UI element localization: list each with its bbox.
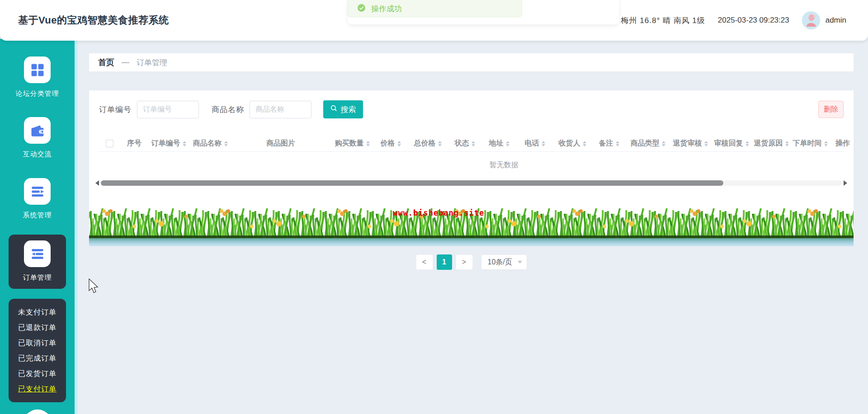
product-name-input[interactable]: [250, 101, 311, 118]
col-return-reason[interactable]: 退货原因: [752, 139, 791, 148]
order-no-input[interactable]: [137, 101, 199, 118]
sidebar-item-label: 系统管理: [23, 211, 52, 220]
col-actions: 操作: [830, 139, 854, 148]
col-audit-reply[interactable]: 审核回复: [711, 139, 752, 148]
search-button[interactable]: 搜索: [323, 100, 363, 118]
page-size-select[interactable]: 10条/页: [481, 254, 527, 270]
table-header: 序号 订单编号 商品名称 商品图片 购买数量 价格 总价格 状态 地址 电话 收…: [98, 136, 844, 152]
col-order-time[interactable]: 下单时间: [791, 139, 830, 148]
sidebar-item-label: 互动交流: [23, 150, 52, 159]
sort-carets-icon: [785, 141, 789, 146]
sort-carets-icon: [583, 141, 586, 146]
sidebar-item-forum-category[interactable]: 论坛分类管理: [0, 56, 75, 98]
sort-carets-icon: [824, 141, 828, 146]
grid-icon: [24, 56, 51, 83]
col-status[interactable]: 状态: [448, 139, 481, 148]
page-size-value: 10条/页: [488, 258, 512, 267]
success-check-icon: [357, 4, 366, 14]
pagination: < 1 > 10条/页: [89, 254, 854, 270]
sort-carets-icon: [397, 141, 401, 146]
pagination-prev-button[interactable]: <: [416, 254, 433, 270]
product-name-label: 商品名称: [212, 104, 244, 115]
orders-panel: 订单编号 商品名称 搜索 删除 序号 订单编号 商品名称 商品图片 购买数量 价…: [89, 90, 854, 246]
breadcrumb-current: 订单管理: [137, 57, 167, 68]
weather-info: 梅州 16.8° 晴 南风 1级: [621, 15, 705, 26]
scrollbar-thumb[interactable]: [101, 180, 723, 186]
search-button-label: 搜索: [341, 104, 356, 115]
sort-carets-icon: [662, 141, 665, 146]
col-product-image: 商品图片: [231, 139, 330, 148]
col-order-no[interactable]: 订单编号: [148, 139, 189, 148]
orders-submenu: 未支付订单 已退款订单 已取消订单 已完成订单 已发货订单 已支付订单: [9, 299, 66, 402]
sort-carets-icon: [438, 141, 442, 146]
select-all-checkbox[interactable]: [106, 140, 113, 147]
sort-carets-icon: [472, 141, 475, 146]
col-receiver[interactable]: 收货人: [553, 139, 592, 148]
search-icon: [330, 105, 337, 114]
sort-carets-icon: [745, 141, 749, 146]
sort-carets-icon: [183, 141, 186, 146]
filter-row: 订单编号 商品名称 搜索 删除: [89, 90, 854, 118]
submenu-item-paid[interactable]: 已支付订单: [18, 385, 57, 394]
empty-state: 暂无数据: [122, 152, 854, 178]
breadcrumb-separator: —: [122, 58, 129, 67]
watermark-text: www.bishebang.site: [393, 208, 484, 217]
sidebar-item-profile[interactable]: 个人中心: [0, 409, 75, 414]
sort-carets-icon: [506, 141, 509, 146]
main-content: 首页 — 订单管理 订单编号 商品名称 搜索 删除 序号 订单编号 商品名称 商…: [77, 41, 868, 414]
username[interactable]: admin: [826, 16, 846, 25]
avatar[interactable]: [802, 11, 820, 29]
col-total-price[interactable]: 总价格: [407, 139, 448, 148]
submenu-item-cancelled[interactable]: 已取消订单: [18, 339, 57, 348]
scroll-right-icon[interactable]: [844, 180, 847, 186]
pagination-page-1[interactable]: 1: [437, 254, 452, 270]
sort-carets-icon: [616, 141, 619, 146]
toast-message: 操作成功: [371, 4, 402, 14]
col-quantity[interactable]: 购买数量: [330, 139, 374, 148]
submenu-item-unpaid[interactable]: 未支付订单: [18, 308, 57, 317]
delete-button[interactable]: 删除: [818, 101, 844, 118]
user-menu[interactable]: admin: [802, 11, 846, 29]
order-no-label: 订单编号: [99, 104, 132, 115]
horizontal-scrollbar: [95, 180, 847, 186]
sidebar-item-system[interactable]: 系统管理: [0, 178, 75, 220]
wallet-icon: [24, 117, 51, 144]
grass-decoration: www.bishebang.site: [89, 199, 854, 246]
col-return-audit[interactable]: 退货审核: [670, 139, 711, 148]
sort-carets-icon: [224, 141, 228, 146]
submenu-item-completed[interactable]: 已完成订单: [18, 354, 57, 363]
order-list-icon: [24, 240, 51, 267]
col-phone[interactable]: 电话: [517, 139, 553, 148]
id-card-icon: [23, 409, 52, 414]
sidebar-item-label: 论坛分类管理: [16, 89, 59, 98]
list-lines-icon: [24, 178, 51, 205]
sidebar-item-label: 订单管理: [23, 273, 52, 282]
page-title: 基于Vue的宝鸡智慧美食推荐系统: [18, 14, 169, 27]
sidebar: 论坛分类管理 互动交流 系统管理 订单管理 未支付订单 已退款订单 已取消订单 …: [0, 39, 77, 414]
datetime: 2025-03-23 09:23:23: [718, 16, 789, 25]
col-index: 序号: [121, 139, 148, 148]
scrollbar-track[interactable]: [101, 180, 842, 186]
chevron-down-icon: [518, 261, 522, 263]
breadcrumb: 首页 — 订单管理: [89, 53, 854, 71]
col-remark[interactable]: 备注: [592, 139, 626, 148]
sort-carets-icon: [542, 141, 545, 146]
sidebar-item-orders[interactable]: 订单管理: [9, 235, 66, 289]
pagination-next-button[interactable]: >: [456, 254, 473, 270]
col-price[interactable]: 价格: [374, 139, 407, 148]
submenu-item-refunded[interactable]: 已退款订单: [18, 323, 57, 333]
sort-carets-icon: [366, 141, 370, 146]
sort-carets-icon: [704, 141, 708, 146]
col-address[interactable]: 地址: [481, 139, 517, 148]
submenu-item-shipped[interactable]: 已发货订单: [18, 369, 57, 379]
sidebar-item-interaction[interactable]: 互动交流: [0, 117, 75, 159]
breadcrumb-home[interactable]: 首页: [98, 57, 114, 68]
scroll-left-icon[interactable]: [95, 180, 99, 186]
select-all-cell[interactable]: [98, 140, 121, 147]
col-product-type[interactable]: 商品类型: [626, 139, 670, 148]
success-toast: 操作成功: [348, 0, 522, 17]
col-product-name[interactable]: 商品名称: [189, 139, 231, 148]
